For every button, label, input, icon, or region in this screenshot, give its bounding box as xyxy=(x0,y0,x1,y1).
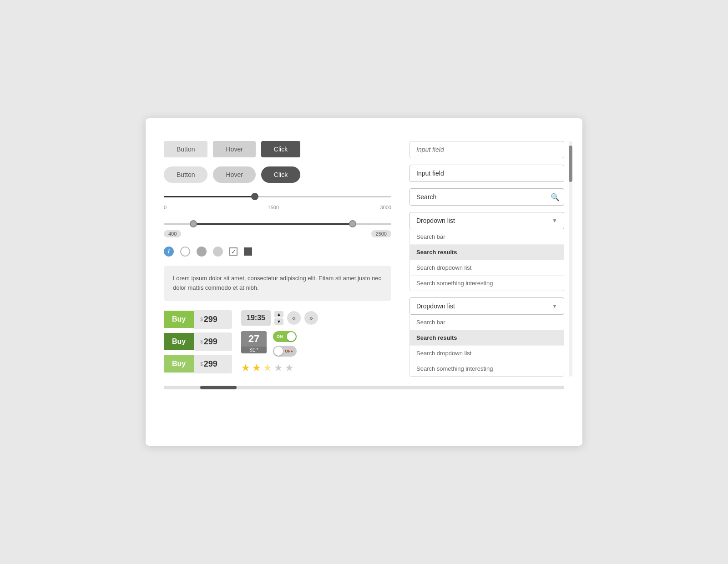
button-row-1: Button Hover Click xyxy=(164,141,391,157)
dropdown-2-list: Search bar Search results Search dropdow… xyxy=(410,315,564,377)
radio-filled-icon[interactable] xyxy=(197,247,207,257)
slider-1-section: 0 1500 3000 xyxy=(164,192,391,210)
buy-wrap-2: Buy $299 xyxy=(164,332,232,351)
dropdown-1: Dropdown list ▼ Search bar Search result… xyxy=(410,212,564,291)
input-placeholder-field[interactable] xyxy=(410,141,564,158)
nav-next-button[interactable]: » xyxy=(304,311,318,325)
search-input-wrap: 🔍 xyxy=(410,188,564,206)
range-value-high: 2500 xyxy=(371,230,391,237)
range-values: 400 2500 xyxy=(164,230,391,237)
search-input[interactable] xyxy=(410,188,564,206)
lorem-text: Lorem ipsum dolor sit amet, consectetur … xyxy=(173,275,381,291)
buy-button-2[interactable]: Buy xyxy=(164,333,194,350)
widgets-col: 19:35 ▲ ▼ « » 27 SEP xyxy=(241,310,318,374)
square-icon[interactable] xyxy=(244,247,252,256)
time-display: 19:35 xyxy=(241,310,271,326)
toggle-on-knob xyxy=(287,332,296,341)
star-5[interactable]: ★ xyxy=(285,362,294,374)
slider-1-thumb[interactable] xyxy=(251,193,258,200)
time-down-button[interactable]: ▼ xyxy=(274,318,283,325)
calendar-day: 27 xyxy=(241,331,267,347)
range-thumb-high[interactable] xyxy=(349,220,356,227)
scrollbar-thumb[interactable] xyxy=(569,146,572,182)
bottom-scrollbar-track xyxy=(164,386,564,389)
button-normal-1[interactable]: Button xyxy=(164,141,207,157)
dropdown-1-item-2[interactable]: Search dropdown list xyxy=(410,260,564,276)
dropdown-2-item-2[interactable]: Search dropdown list xyxy=(410,346,564,361)
dropdown-1-arrow: ▼ xyxy=(552,217,557,224)
dropdown-2-label: Dropdown list xyxy=(416,302,455,310)
left-panel: Button Hover Click Button Hover Click xyxy=(164,141,391,377)
button-click-1[interactable]: Click xyxy=(261,141,300,157)
search-icon-button[interactable]: 🔍 xyxy=(551,193,560,201)
radio-light-icon[interactable] xyxy=(213,247,223,257)
dropdown-2-item-3[interactable]: Search something interesting xyxy=(410,361,564,376)
slider-1-label-min: 0 xyxy=(164,205,167,210)
buy-button-1[interactable]: Buy xyxy=(164,311,194,328)
toggle-off-knob xyxy=(274,347,283,356)
slider-1-label-max: 3000 xyxy=(380,205,391,210)
radio-empty-icon[interactable] xyxy=(180,247,190,257)
button-row-2: Button Hover Click xyxy=(164,166,391,183)
toggle-off[interactable]: OFF xyxy=(273,346,297,357)
time-widget: 19:35 ▲ ▼ « » xyxy=(241,310,318,326)
checkbox-checked-icon[interactable] xyxy=(229,247,238,256)
toggle-on-label: ON xyxy=(277,334,283,339)
range-value-low: 400 xyxy=(164,230,181,237)
range-thumb-low[interactable] xyxy=(190,220,197,227)
dropdown-1-list: Search bar Search results Search dropdow… xyxy=(410,229,564,291)
dropdown-2: Dropdown list ▼ Search bar Search result… xyxy=(410,297,564,377)
dropdown-2-item-0[interactable]: Search bar xyxy=(410,315,564,330)
slider-1-track xyxy=(164,196,391,197)
info-icon[interactable]: i xyxy=(164,247,174,257)
star-2[interactable]: ★ xyxy=(252,362,261,374)
slider-1-label-mid: 1500 xyxy=(268,205,279,210)
buy-price-2: $299 xyxy=(194,332,232,351)
star-1[interactable]: ★ xyxy=(241,362,250,374)
toggle-on[interactable]: ON xyxy=(273,331,297,342)
star-4[interactable]: ★ xyxy=(274,362,283,374)
dropdown-1-item-0[interactable]: Search bar xyxy=(410,229,564,245)
toggle-off-label: OFF xyxy=(285,349,293,353)
button-hover-1[interactable]: Hover xyxy=(213,141,255,157)
toggle-section: ON OFF xyxy=(273,331,297,357)
right-panel: 🔍 Dropdown list ▼ Search bar Search resu… xyxy=(410,141,564,377)
buy-price-1: $299 xyxy=(194,310,232,329)
main-layout: Button Hover Click Button Hover Click xyxy=(164,141,564,377)
dropdown-1-item-3[interactable]: Search something interesting xyxy=(410,276,564,291)
range-slider-section: 400 2500 xyxy=(164,219,391,237)
slider-1-track-container xyxy=(164,192,391,201)
time-up-button[interactable]: ▲ xyxy=(274,311,283,317)
icons-row: i xyxy=(164,247,391,257)
range-track xyxy=(164,223,391,225)
buy-button-3[interactable]: Buy xyxy=(164,355,194,373)
button-hover-pill[interactable]: Hover xyxy=(213,166,255,183)
dropdown-2-header[interactable]: Dropdown list ▼ xyxy=(410,297,564,315)
button-click-pill[interactable]: Click xyxy=(261,166,300,183)
stars-row: ★ ★ ★ ★ ★ xyxy=(241,362,294,374)
range-fill xyxy=(193,223,353,225)
dropdown-1-item-1[interactable]: Search results xyxy=(410,245,564,260)
buy-wrap-3: Buy $299 xyxy=(164,355,232,373)
scrollbar-track xyxy=(569,141,572,377)
bottom-scrollbar-thumb[interactable] xyxy=(200,386,237,389)
star-3[interactable]: ★ xyxy=(263,362,272,374)
time-spinners: ▲ ▼ xyxy=(274,311,283,325)
lorem-text-box: Lorem ipsum dolor sit amet, consectetur … xyxy=(164,266,391,301)
buy-price-3: $299 xyxy=(194,355,232,373)
buy-wrap-1: Buy $299 xyxy=(164,310,232,329)
input-filled-field[interactable] xyxy=(410,165,564,182)
range-track-container xyxy=(164,219,391,228)
buy-buttons-col: Buy $299 Buy $299 Buy $299 xyxy=(164,310,232,373)
dropdown-2-item-1[interactable]: Search results xyxy=(410,330,564,346)
dropdown-1-header[interactable]: Dropdown list ▼ xyxy=(410,212,564,229)
slider-1-labels: 0 1500 3000 xyxy=(164,205,391,210)
dropdown-2-arrow: ▼ xyxy=(552,303,557,309)
page-container: Button Hover Click Button Hover Click xyxy=(146,118,582,446)
dropdown-1-label: Dropdown list xyxy=(416,217,455,224)
calendar-month: SEP xyxy=(241,347,267,353)
button-normal-pill[interactable]: Button xyxy=(164,166,207,183)
nav-prev-button[interactable]: « xyxy=(287,311,301,325)
calendar-badge: 27 SEP xyxy=(241,331,267,353)
buy-section: Buy $299 Buy $299 Buy $299 xyxy=(164,310,391,374)
